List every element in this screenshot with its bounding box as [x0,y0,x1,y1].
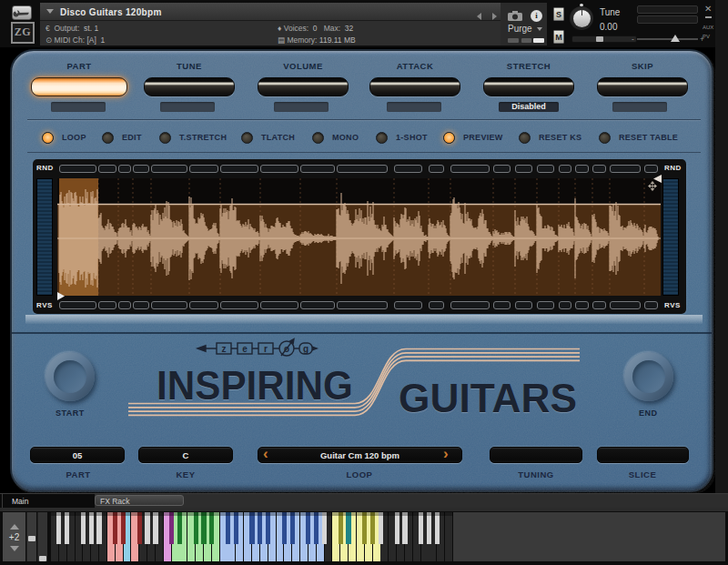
svg-text:GUITARS: GUITARS [399,376,577,420]
svg-text:INSPIRING: INSPIRING [157,362,353,409]
